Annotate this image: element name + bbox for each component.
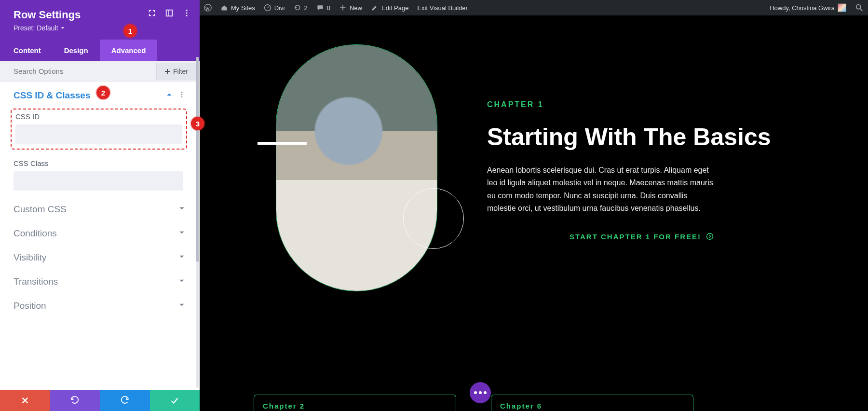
divi-label: Divi <box>274 4 285 12</box>
updates-link[interactable]: 2 <box>289 0 312 15</box>
refresh-icon <box>294 4 301 12</box>
new-link[interactable]: New <box>335 0 366 15</box>
section-visibility: Visibility <box>0 244 197 268</box>
annotation-marker-3: 3 <box>191 117 204 130</box>
svg-point-0 <box>204 4 211 11</box>
css-id-field-block: CSS ID <box>11 109 187 150</box>
cta-label: START CHAPTER 1 FOR FREE! <box>570 233 701 241</box>
row-settings-panel: Row Settings Preset: Default Content Des… <box>0 0 200 411</box>
chevron-down-icon <box>178 301 185 310</box>
accent-circle <box>403 188 464 249</box>
new-label: New <box>350 4 362 12</box>
undo-button[interactable] <box>50 390 100 411</box>
svg-point-11 <box>707 233 713 240</box>
start-chapter-link[interactable]: START CHAPTER 1 FOR FREE! <box>487 233 714 241</box>
section-css-id-classes: CSS ID & Classes CSS ID CSS Class <box>0 82 197 195</box>
css-class-input[interactable] <box>14 171 183 191</box>
search-icon <box>855 3 864 12</box>
css-class-label: CSS Class <box>14 159 183 167</box>
comments-link[interactable]: 0 <box>312 0 335 15</box>
section-title: Visibility <box>14 252 178 263</box>
chevron-down-icon <box>178 205 185 214</box>
panel-scroll[interactable]: CSS ID & Classes CSS ID CSS Class Custom… <box>0 82 197 390</box>
caret-down-icon <box>60 26 65 30</box>
section-title: Custom CSS <box>14 204 178 215</box>
hero-image-frame <box>276 44 437 291</box>
annotation-marker-1: 1 <box>123 24 137 38</box>
pencil-icon <box>371 4 379 12</box>
howdy-label: Howdy, Christina Gwira <box>770 4 835 12</box>
plus-icon <box>164 68 170 74</box>
css-class-field-block: CSS Class <box>0 154 197 195</box>
edit-page-link[interactable]: Edit Page <box>366 0 413 15</box>
css-id-input[interactable] <box>15 124 182 144</box>
close-icon <box>21 396 29 405</box>
section-conditions: Conditions <box>0 219 197 244</box>
section-header-position[interactable]: Position <box>0 292 197 316</box>
plus-icon <box>339 4 347 12</box>
svg-point-7 <box>186 15 187 16</box>
filter-button[interactable]: Filter <box>156 63 196 80</box>
section-position: Position <box>0 292 197 316</box>
exit-visual-builder[interactable]: Exit Visual Builder <box>413 0 472 15</box>
page-preview: CHAPTER 1 Starting With The Basics Aenea… <box>200 15 868 411</box>
chapter-card[interactable]: Chapter 2 <box>254 395 456 411</box>
hero-copy: CHAPTER 1 Starting With The Basics Aenea… <box>487 100 839 241</box>
adminbar-search[interactable] <box>851 0 868 15</box>
svg-point-5 <box>186 10 187 11</box>
panel-header: Row Settings Preset: Default <box>0 0 200 40</box>
section-header-visibility[interactable]: Visibility <box>0 244 197 268</box>
tab-content[interactable]: Content <box>0 40 53 61</box>
chevron-down-icon <box>178 253 185 262</box>
chapter-card[interactable]: Chapter 6 <box>491 395 693 411</box>
hero-section: CHAPTER 1 Starting With The Basics Aenea… <box>200 15 868 411</box>
save-button[interactable] <box>150 390 200 411</box>
section-title: Conditions <box>14 228 178 239</box>
search-input[interactable] <box>0 61 156 81</box>
tab-design[interactable]: Design <box>53 40 100 61</box>
section-title: CSS ID & Classes <box>14 90 166 101</box>
chevron-down-icon <box>178 229 185 238</box>
updates-count: 2 <box>304 4 308 12</box>
section-title: Transitions <box>14 276 178 287</box>
section-header-transitions[interactable]: Transitions <box>0 268 197 292</box>
panel-footer <box>0 390 200 411</box>
dot-icon <box>484 391 487 394</box>
panel-scrollbar[interactable] <box>196 57 199 388</box>
redo-icon <box>121 396 129 405</box>
wordpress-icon <box>204 4 212 12</box>
snap-icon[interactable] <box>165 9 174 19</box>
section-menu-icon[interactable] <box>178 91 185 100</box>
section-header-custom-css[interactable]: Custom CSS <box>0 195 197 219</box>
gauge-icon <box>264 4 271 12</box>
panel-menu-icon[interactable] <box>182 9 191 19</box>
svg-point-2 <box>856 5 861 9</box>
builder-fab[interactable] <box>470 382 491 403</box>
cancel-button[interactable] <box>0 390 50 411</box>
dot-icon <box>474 391 477 394</box>
my-sites-link[interactable]: My Sites <box>216 0 259 15</box>
chapter-eyebrow: CHAPTER 1 <box>487 100 839 109</box>
hero-image <box>276 45 437 291</box>
howdy-user[interactable]: Howdy, Christina Gwira <box>765 0 851 15</box>
svg-rect-4 <box>168 10 169 16</box>
undo-icon <box>70 396 79 405</box>
wp-logo[interactable] <box>200 0 216 15</box>
section-title: Position <box>14 301 178 311</box>
comments-count: 0 <box>327 4 330 12</box>
divi-link[interactable]: Divi <box>259 0 289 15</box>
check-icon <box>170 396 179 405</box>
preset-dropdown[interactable]: Preset: Default <box>14 24 190 32</box>
svg-point-6 <box>186 12 187 14</box>
filter-label: Filter <box>173 68 188 75</box>
wp-admin-bar: My Sites Divi 2 0 New Edit Page Exit Vis… <box>200 0 868 15</box>
section-header-conditions[interactable]: Conditions <box>0 219 197 244</box>
scrollbar-thumb[interactable] <box>196 57 199 262</box>
expand-icon[interactable] <box>148 9 156 19</box>
panel-tabs: Content Design Advanced <box>0 40 200 61</box>
home-icon <box>220 4 228 12</box>
redo-button[interactable] <box>100 390 150 411</box>
exit-visual-label: Exit Visual Builder <box>417 4 468 12</box>
tab-advanced[interactable]: Advanced <box>100 40 158 61</box>
dot-icon <box>479 391 482 394</box>
